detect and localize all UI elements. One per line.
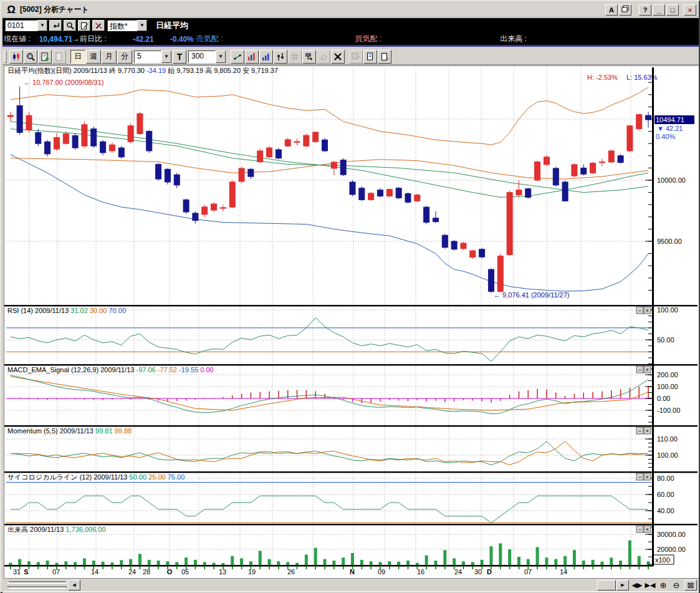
bar-count-value: 300 (188, 51, 216, 63)
trendline-icon[interactable] (231, 50, 244, 64)
category-dropdown-icon[interactable]: ▼ (137, 20, 147, 31)
save-dropdown-icon[interactable] (349, 50, 363, 64)
zoom-chart-icon[interactable] (24, 50, 37, 64)
eraser-icon[interactable] (317, 50, 330, 64)
page-export-icon[interactable] (363, 50, 377, 64)
candle-chart-icon[interactable] (9, 50, 23, 64)
volume-label: 出来高 : (500, 34, 527, 44)
symbol-code-combo[interactable]: 0101 ▼ (5, 20, 47, 31)
search-icon[interactable] (64, 20, 76, 31)
edit-note-icon[interactable] (78, 20, 90, 31)
chart-scrollbar-row: ◄ ► ◀▶ ▶◀ ⊕ ⊖ ⊞ ⊠ (4, 578, 699, 591)
prev-diff-pct: -0.40% (170, 35, 194, 44)
current-price-value: 10,494.71 (39, 35, 72, 44)
title-bar: Ω [5002] 分析チャート A ? _ □ × (2, 2, 699, 17)
histogram-red-blue-icon[interactable] (245, 50, 259, 64)
chart-canvas (4, 65, 699, 578)
prev-diff-value: -42.21 (133, 35, 154, 44)
bar-count-combo[interactable]: 300 ▼ (188, 51, 226, 63)
symbol-code-input[interactable]: 0101 (5, 20, 37, 31)
help-button[interactable]: ? (639, 4, 651, 16)
close-panel-icon[interactable]: ⊠ (684, 580, 697, 591)
expand-bars-icon[interactable]: ◀▶ (631, 580, 643, 591)
zoom-in-icon[interactable]: ⊕ (657, 580, 669, 591)
copy-window-icon[interactable] (619, 4, 631, 16)
period-weekly-button[interactable]: 週 (86, 50, 101, 64)
category-combo[interactable]: 指数* ▼ (107, 20, 147, 31)
period-minute-button[interactable]: 分 (117, 50, 132, 64)
compress-bars-icon[interactable]: ▶◀ (644, 580, 656, 591)
app-window: Ω [5002] 分析チャート A ? _ □ × 0101 ▼ (0, 0, 700, 593)
window-title: [5002] 分析チャート (20, 4, 89, 15)
period-daily-button[interactable]: 日 (70, 50, 85, 64)
minimize-button[interactable]: _ (653, 4, 665, 16)
grid-icon[interactable] (288, 50, 302, 64)
symbol-code-dropdown-icon[interactable]: ▼ (37, 20, 47, 31)
histogram-blue-icon[interactable] (259, 50, 273, 64)
category-value: 指数* (107, 20, 137, 31)
copy-page-icon[interactable] (52, 50, 66, 64)
minute-interval-value: 5 (134, 51, 161, 63)
period-monthly-button[interactable]: 月 (102, 50, 117, 64)
new-page-icon[interactable] (38, 50, 52, 64)
enter-button[interactable] (49, 20, 62, 31)
bid-label: 買気配 : (355, 34, 381, 44)
pencil-off-icon[interactable] (92, 20, 105, 31)
maximize-button[interactable]: □ (666, 4, 679, 16)
minute-interval-combo[interactable]: 5 ▼ (134, 51, 171, 63)
prev-diff-label: →前日比 : (72, 34, 107, 44)
scrollbar-thumb[interactable] (597, 580, 616, 591)
chart-toolbar: 日 週 月 分 5 ▼ T 300 ▼ (2, 49, 699, 65)
minute-interval-dropdown-icon[interactable]: ▼ (161, 51, 171, 63)
quote-bar: 0101 ▼ 指数* ▼ 日経平均 (2, 18, 699, 33)
bar-count-dropdown-icon[interactable]: ▼ (216, 51, 226, 63)
scroll-right-button[interactable]: ► (616, 580, 629, 591)
ask-label: 売気配 : (196, 34, 223, 44)
symbol-name: 日経平均 (156, 20, 188, 31)
price-info-bar: 現在値 : 10,494.71 →前日比 : -42.21 -0.40% 売気配… (2, 33, 699, 47)
current-price-label: 現在値 : (4, 34, 31, 44)
delete-x-icon[interactable] (331, 50, 345, 64)
close-button[interactable]: × (684, 4, 696, 16)
page-import-icon[interactable] (378, 50, 391, 64)
toolbar-grip[interactable] (4, 51, 7, 63)
scroll-left-button[interactable]: ◄ (68, 580, 80, 591)
scrollbar-grip[interactable] (7, 582, 67, 587)
app-logo-icon: Ω (5, 4, 17, 16)
settings-hammer-icon[interactable] (302, 50, 316, 64)
zoom-out-icon[interactable]: ⊖ (670, 580, 683, 591)
ticks-button[interactable]: T (173, 50, 186, 64)
updown-arrows-icon[interactable] (274, 50, 287, 64)
font-a-button[interactable]: A (605, 4, 618, 16)
